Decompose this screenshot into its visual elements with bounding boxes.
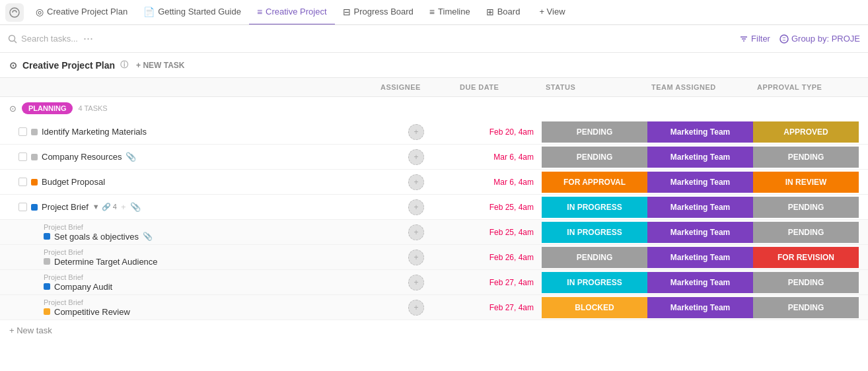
tab-icon-creative-project: ≡ bbox=[257, 7, 262, 17]
tab-label-progress-board: Progress Board bbox=[354, 7, 414, 17]
subtask-name-cell-sub-2: Project Brief Determine Target Audience bbox=[9, 248, 377, 267]
assignee-avatar-sub-2[interactable]: + bbox=[408, 250, 424, 265]
team-badge-task-3: Marketing Team bbox=[647, 172, 753, 193]
status-badge-task-1: PENDING bbox=[542, 121, 647, 143]
subtask-row-sub-3[interactable]: Project Brief Company Audit + Feb 27, 4a… bbox=[0, 270, 868, 295]
tab-label-creative-project-plan: Creative Project Plan bbox=[47, 7, 127, 17]
assignee-avatar-sub-3[interactable]: + bbox=[408, 275, 424, 290]
due-date-task-1: Feb 20, 4am bbox=[456, 127, 542, 137]
column-headers: ASSIGNEE DUE DATE STATUS TEAM ASSIGNED A… bbox=[0, 77, 868, 97]
info-icon[interactable]: ⓘ bbox=[120, 59, 128, 71]
approval-badge-sub-2: FOR REVISION bbox=[753, 247, 859, 268]
clip-icon-task-4: 📎 bbox=[130, 202, 141, 212]
assignee-avatar-task-3[interactable]: + bbox=[408, 174, 424, 190]
tab-timeline[interactable]: ≡Timeline bbox=[421, 0, 478, 25]
tab-progress-board[interactable]: ⊟Progress Board bbox=[335, 0, 421, 25]
tab-icon-progress-board: ⊟ bbox=[343, 7, 351, 17]
subtask-parent-label-sub-3: Project Brief bbox=[44, 273, 83, 281]
tab-label-getting-started-guide: Getting Started Guide bbox=[158, 7, 241, 17]
add-subtask-task-4[interactable]: + bbox=[121, 202, 126, 212]
col-task bbox=[9, 81, 377, 94]
approval-badge-task-3: IN REVIEW bbox=[753, 172, 859, 193]
task-checkbox-task-4[interactable] bbox=[18, 203, 27, 211]
section-header: ⊙ Creative Project Plan ⓘ + NEW TASK bbox=[0, 53, 868, 77]
tasks-container: ⊙ PLANNING 4 TASKS Identify Marketing Ma… bbox=[0, 97, 868, 320]
tab-icon-creative-project-plan: ◎ bbox=[36, 7, 44, 17]
subtask-count-task-4: ▼ 🔗 4 bbox=[92, 203, 117, 211]
group-by-button[interactable]: Group by: PROJE bbox=[779, 34, 860, 44]
section-title: Creative Project Plan bbox=[22, 60, 115, 71]
toolbar-right: Filter Group by: PROJE bbox=[739, 34, 860, 44]
team-badge-task-4: Marketing Team bbox=[647, 197, 753, 218]
team-badge-sub-3: Marketing Team bbox=[647, 272, 753, 293]
status-badge-sub-2: PENDING bbox=[542, 247, 647, 268]
subtask-name-sub-1: Set goals & objectives bbox=[54, 232, 139, 242]
svg-point-1 bbox=[9, 35, 15, 41]
task-checkbox-task-2[interactable] bbox=[18, 152, 27, 161]
group-by-icon bbox=[779, 34, 789, 44]
section-toggle[interactable]: ⊙ bbox=[9, 60, 17, 71]
approval-badge-task-1: APPROVED bbox=[753, 121, 859, 143]
team-badge-sub-4: Marketing Team bbox=[647, 297, 753, 318]
subtask-color-sub-2 bbox=[44, 258, 50, 265]
subtask-parent-label-sub-4: Project Brief bbox=[44, 298, 83, 306]
subtask-name-sub-2: Determine Target Audience bbox=[54, 257, 158, 267]
assignee-avatar-task-2[interactable]: + bbox=[408, 149, 424, 165]
tab-creative-project[interactable]: ≡Creative Project bbox=[249, 0, 335, 25]
task-row-task-2[interactable]: Company Resources 📎 + Mar 6, 4am PENDING… bbox=[0, 145, 868, 170]
new-task-footer-button[interactable]: + New task bbox=[0, 320, 868, 341]
group-toggle-planning[interactable]: ⊙ bbox=[9, 104, 17, 114]
new-task-header-button[interactable]: + NEW TASK bbox=[136, 61, 184, 70]
status-badge-task-3: FOR APPROVAL bbox=[542, 172, 647, 193]
tab-bar: ◎Creative Project Plan📄Getting Started G… bbox=[0, 0, 868, 25]
search-box[interactable]: Search tasks... bbox=[8, 34, 78, 44]
approval-badge-task-4: PENDING bbox=[753, 197, 859, 218]
approval-badge-sub-1: PENDING bbox=[753, 222, 859, 243]
status-badge-task-4: IN PROGRESS bbox=[542, 197, 647, 218]
assignee-avatar-sub-1[interactable]: + bbox=[408, 224, 424, 240]
toolbar-more-button[interactable]: ··· bbox=[83, 32, 93, 46]
svg-point-6 bbox=[780, 35, 788, 43]
task-checkbox-task-1[interactable] bbox=[18, 127, 27, 136]
subtask-name-cell-sub-4: Project Brief Competitive Review bbox=[9, 298, 377, 317]
filter-icon bbox=[739, 34, 748, 44]
subtask-parent-label-sub-2: Project Brief bbox=[44, 248, 83, 256]
assignee-cell-sub-3: + bbox=[377, 275, 456, 290]
status-badge-task-2: PENDING bbox=[542, 147, 647, 168]
subtask-row-sub-2[interactable]: Project Brief Determine Target Audience … bbox=[0, 245, 868, 270]
filter-button[interactable]: Filter bbox=[739, 34, 770, 44]
task-name-task-4: Project Brief bbox=[42, 202, 89, 212]
task-row-task-1[interactable]: Identify Marketing Materials + Feb 20, 4… bbox=[0, 119, 868, 145]
task-checkbox-task-3[interactable] bbox=[18, 178, 27, 186]
subtask-parent-label-sub-1: Project Brief bbox=[44, 223, 83, 231]
assignee-avatar-task-4[interactable]: + bbox=[408, 199, 424, 215]
tab-getting-started-guide[interactable]: 📄Getting Started Guide bbox=[135, 0, 249, 25]
subtask-name-sub-4: Competitive Review bbox=[54, 307, 130, 317]
tab-label-creative-project: Creative Project bbox=[266, 7, 326, 17]
approval-badge-sub-4: PENDING bbox=[753, 297, 859, 318]
clip-icon-task-2: 📎 bbox=[126, 152, 136, 162]
tab-label-add-view: + View bbox=[539, 7, 565, 17]
tab-label-timeline: Timeline bbox=[438, 7, 470, 17]
subtask-row-sub-1[interactable]: Project Brief Set goals & objectives 📎 +… bbox=[0, 220, 868, 245]
due-date-sub-1: Feb 25, 4am bbox=[456, 228, 542, 237]
assignee-avatar-task-1[interactable]: + bbox=[408, 124, 424, 140]
group-count-planning: 4 TASKS bbox=[78, 104, 107, 112]
clip-sub-1: 📎 bbox=[143, 232, 153, 241]
task-row-task-4[interactable]: Project Brief ▼ 🔗 4+📎 + Feb 25, 4am IN P… bbox=[0, 195, 868, 220]
assignee-avatar-sub-4[interactable]: + bbox=[408, 300, 424, 316]
due-date-sub-2: Feb 26, 4am bbox=[456, 253, 542, 262]
tab-creative-project-plan[interactable]: ◎Creative Project Plan bbox=[28, 0, 135, 25]
task-color-task-2 bbox=[31, 154, 38, 160]
col-approval: APPROVAL TYPE bbox=[753, 81, 859, 94]
subtask-row-sub-4[interactable]: Project Brief Competitive Review + Feb 2… bbox=[0, 295, 868, 320]
team-badge-sub-2: Marketing Team bbox=[647, 247, 753, 268]
tab-board[interactable]: ⊞Board bbox=[478, 0, 528, 25]
assignee-cell-task-1: + bbox=[377, 124, 456, 140]
tab-add-view[interactable]: + View bbox=[528, 0, 573, 25]
task-color-task-3 bbox=[31, 179, 38, 186]
team-badge-sub-1: Marketing Team bbox=[647, 222, 753, 243]
due-date-task-4: Feb 25, 4am bbox=[456, 203, 542, 212]
task-row-task-3[interactable]: Budget Proposal + Mar 6, 4am FOR APPROVA… bbox=[0, 170, 868, 195]
col-team: TEAM ASSIGNED bbox=[647, 81, 753, 94]
